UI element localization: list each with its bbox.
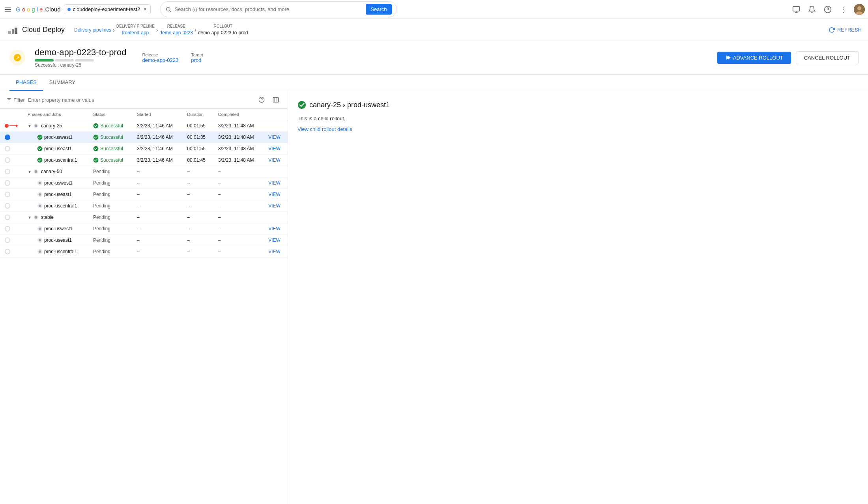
- row-started: –: [132, 166, 182, 177]
- view-link[interactable]: VIEW: [268, 249, 281, 254]
- product-icon: [6, 24, 19, 36]
- svg-point-37: [39, 182, 41, 184]
- row-started: –: [132, 223, 182, 235]
- advance-rollout-button[interactable]: ADVANCE ROLLOUT: [717, 52, 791, 64]
- refresh-button[interactable]: REFRESH: [829, 27, 862, 33]
- row-indicator: [0, 200, 23, 212]
- table-row[interactable]: ▼ stable Pending–––: [0, 212, 288, 223]
- breadcrumb-item-pipeline[interactable]: DELIVERY PIPELINE frontend-app: [116, 24, 155, 35]
- status-successful: Successful: [93, 134, 127, 140]
- row-status: Successful: [88, 120, 132, 132]
- status-pending: Pending: [93, 226, 110, 231]
- filter-columns-icon[interactable]: [270, 94, 281, 105]
- circle-empty-icon: [5, 226, 10, 231]
- collapse-icon[interactable]: ▼: [28, 170, 32, 174]
- row-indicator: [0, 155, 23, 166]
- view-child-rollout-link[interactable]: View child rollout details: [297, 126, 352, 132]
- view-link[interactable]: VIEW: [268, 237, 281, 243]
- target-link[interactable]: prod: [191, 57, 203, 63]
- row-duration: 00:01:45: [182, 155, 213, 166]
- row-completed: 3/2/23, 11:48 AM: [213, 120, 264, 132]
- refresh-icon: [829, 27, 835, 33]
- row-view[interactable]: VIEW: [264, 246, 288, 258]
- search-input[interactable]: [175, 6, 363, 12]
- row-view[interactable]: VIEW: [264, 223, 288, 235]
- project-selector[interactable]: clouddeploy-experiment-test2 ▼: [64, 4, 151, 14]
- row-view[interactable]: VIEW: [264, 189, 288, 200]
- notifications-icon[interactable]: [806, 4, 817, 15]
- present-icon[interactable]: [791, 4, 802, 15]
- status-pending: Pending: [93, 237, 110, 243]
- more-options-icon[interactable]: ⋮: [838, 4, 849, 15]
- svg-point-0: [166, 7, 170, 11]
- status-successful: Successful: [93, 157, 127, 163]
- row-duration: 00:01:35: [182, 132, 213, 143]
- phase-label: stable: [41, 215, 54, 220]
- table-row[interactable]: prod-uswest1 Successful 3/2/23, 11:46 AM…: [0, 132, 288, 143]
- table-row[interactable]: ▼ canary-25 Successful 3/2/23, 11:46 AM0…: [0, 120, 288, 132]
- row-completed: 3/2/23, 11:48 AM: [213, 143, 264, 155]
- row-duration: 00:01:55: [182, 143, 213, 155]
- search-button[interactable]: Search: [366, 4, 391, 15]
- table-row[interactable]: prod-uscentral1 Pending–––VIEW: [0, 246, 288, 258]
- circle-empty-icon: [5, 157, 10, 163]
- help-icon[interactable]: [822, 4, 833, 15]
- filter-input[interactable]: [28, 97, 253, 103]
- row-view[interactable]: VIEW: [264, 132, 288, 143]
- circle-active-icon: [5, 134, 10, 140]
- table-container: Phases and Jobs Status Started Duration …: [0, 109, 288, 504]
- row-view[interactable]: VIEW: [264, 155, 288, 166]
- table-row[interactable]: prod-uscentral1 Successful 3/2/23, 11:46…: [0, 155, 288, 166]
- tab-phases[interactable]: PHASES: [9, 75, 43, 91]
- search-bar[interactable]: Search: [160, 1, 397, 17]
- row-status: Successful: [88, 132, 132, 143]
- table-row[interactable]: prod-uswest1 Pending–––VIEW: [0, 177, 288, 189]
- view-link[interactable]: VIEW: [268, 192, 281, 197]
- filter-help-icon[interactable]: [256, 94, 267, 105]
- breadcrumb-item-release[interactable]: RELEASE demo-app-0223: [159, 24, 193, 35]
- svg-point-47: [39, 239, 41, 241]
- row-started: 3/2/23, 11:46 AM: [132, 155, 182, 166]
- table-row[interactable]: prod-uswest1 Pending–––VIEW: [0, 223, 288, 235]
- topbar: Google Cloud clouddeploy-experiment-test…: [0, 0, 868, 19]
- row-view[interactable]: VIEW: [264, 177, 288, 189]
- row-view: [264, 166, 288, 177]
- release-link[interactable]: demo-app-0223: [142, 57, 178, 63]
- view-link[interactable]: VIEW: [268, 134, 281, 140]
- table-row[interactable]: prod-useast1 Pending–––VIEW: [0, 235, 288, 246]
- row-view[interactable]: VIEW: [264, 200, 288, 212]
- view-link[interactable]: VIEW: [268, 203, 281, 209]
- view-link[interactable]: VIEW: [268, 146, 281, 151]
- table-row[interactable]: ▼ canary-50 Pending–––: [0, 166, 288, 177]
- collapse-icon[interactable]: ▼: [28, 215, 32, 220]
- arrow-indicator: [9, 124, 18, 127]
- svg-line-1: [170, 11, 171, 12]
- row-started: –: [132, 177, 182, 189]
- breadcrumb-link-pipeline[interactable]: frontend-app: [122, 30, 149, 35]
- row-started: –: [132, 235, 182, 246]
- table-row[interactable]: prod-useast1 Successful 3/2/23, 11:46 AM…: [0, 143, 288, 155]
- cancel-rollout-button[interactable]: CANCEL ROLLOUT: [796, 51, 859, 64]
- rollout-info: demo-app-0223-to-prod Successful: canary…: [35, 47, 126, 68]
- view-link[interactable]: VIEW: [268, 226, 281, 231]
- table-row[interactable]: prod-uscentral1 Pending–––VIEW: [0, 200, 288, 212]
- view-link[interactable]: VIEW: [268, 180, 281, 186]
- table-row[interactable]: prod-useast1 Pending–––VIEW: [0, 189, 288, 200]
- tab-summary[interactable]: SUMMARY: [43, 75, 82, 91]
- collapse-icon[interactable]: ▼: [28, 124, 32, 128]
- status-pending: Pending: [93, 180, 110, 186]
- row-view[interactable]: VIEW: [264, 235, 288, 246]
- avatar[interactable]: [854, 4, 865, 15]
- meta-release: Release demo-app-0223: [142, 52, 178, 63]
- phase-label: canary-50: [41, 169, 62, 174]
- job-name: prod-useast1: [28, 146, 84, 151]
- job-label: prod-uswest1: [44, 134, 73, 140]
- breadcrumb-link-delivery-pipelines[interactable]: Delivery pipelines: [74, 27, 111, 33]
- rollout-icon: ↗: [9, 50, 25, 65]
- breadcrumb-link-release[interactable]: demo-app-0223: [159, 30, 193, 35]
- rollout-title: demo-app-0223-to-prod: [35, 47, 126, 58]
- hamburger-icon[interactable]: [3, 5, 13, 14]
- view-link[interactable]: VIEW: [268, 157, 281, 163]
- breadcrumb-item-delivery-pipelines[interactable]: Delivery pipelines: [74, 27, 111, 33]
- row-view[interactable]: VIEW: [264, 143, 288, 155]
